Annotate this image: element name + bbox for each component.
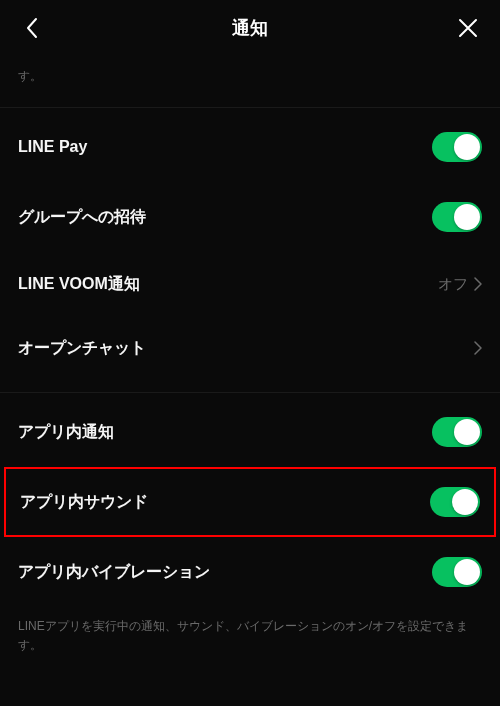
section-notifications: LINE Pay グループへの招待 LINE VOOM通知 オフ オープンチャッ… — [0, 112, 500, 380]
value-text: オフ — [438, 275, 468, 294]
toggle-knob — [454, 559, 480, 585]
row-open-chat[interactable]: オープンチャット — [0, 316, 500, 380]
toggle-knob — [454, 204, 480, 230]
row-in-app-vibration: アプリ内バイブレーション — [0, 537, 500, 607]
highlight-in-app-sound: アプリ内サウンド — [4, 467, 496, 537]
header: 通知 — [0, 0, 500, 56]
toggle-knob — [454, 134, 480, 160]
row-in-app-sound: アプリ内サウンド — [6, 469, 494, 535]
section-divider — [0, 107, 500, 108]
toggle-in-app-notification[interactable] — [432, 417, 482, 447]
toggle-in-app-sound[interactable] — [430, 487, 480, 517]
toggle-in-app-vibration[interactable] — [432, 557, 482, 587]
page-title: 通知 — [232, 16, 268, 40]
row-in-app-notification: アプリ内通知 — [0, 397, 500, 467]
row-label: アプリ内通知 — [18, 422, 114, 443]
row-right — [474, 341, 482, 355]
footer-description: LINEアプリを実行中の通知、サウンド、バイブレーションのオン/オフを設定できま… — [0, 607, 500, 665]
row-label: LINE Pay — [18, 138, 87, 156]
row-label: グループへの招待 — [18, 207, 146, 228]
row-label: オープンチャット — [18, 338, 146, 359]
chevron-right-icon — [474, 341, 482, 355]
toggle-line-pay[interactable] — [432, 132, 482, 162]
section-divider — [0, 392, 500, 393]
close-button[interactable] — [454, 14, 482, 42]
row-label: アプリ内サウンド — [20, 492, 148, 513]
toggle-knob — [452, 489, 478, 515]
row-line-voom[interactable]: LINE VOOM通知 オフ — [0, 252, 500, 316]
close-icon — [458, 18, 478, 38]
row-line-pay: LINE Pay — [0, 112, 500, 182]
row-label: LINE VOOM通知 — [18, 274, 140, 295]
row-label: アプリ内バイブレーション — [18, 562, 210, 583]
chevron-left-icon — [25, 17, 39, 39]
row-right: オフ — [438, 275, 482, 294]
section-in-app: アプリ内通知 アプリ内サウンド アプリ内バイブレーション — [0, 397, 500, 607]
description-fragment: す。 — [0, 56, 500, 95]
back-button[interactable] — [18, 14, 46, 42]
row-group-invite: グループへの招待 — [0, 182, 500, 252]
toggle-group-invite[interactable] — [432, 202, 482, 232]
chevron-right-icon — [474, 277, 482, 291]
toggle-knob — [454, 419, 480, 445]
